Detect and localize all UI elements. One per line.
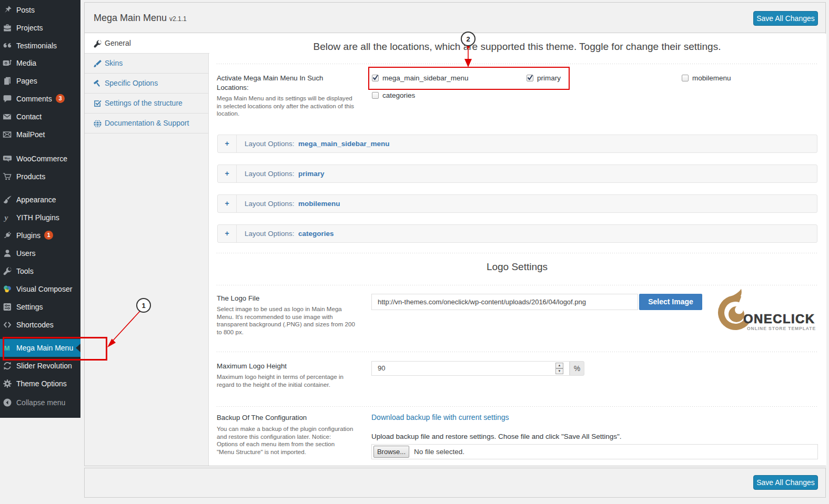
svg-text:Woo: Woo <box>5 157 10 160</box>
svg-text:ONLINE STORE TEMPLATE: ONLINE STORE TEMPLATE <box>747 326 816 331</box>
svg-text:y: y <box>4 213 8 222</box>
svg-text:ONECLICK: ONECLICK <box>743 312 815 326</box>
